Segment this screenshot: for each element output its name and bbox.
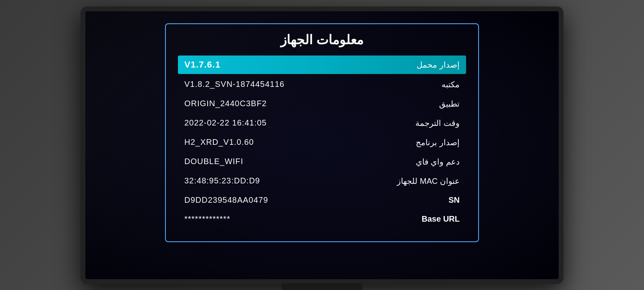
info-row-8: *************Base URL [178,210,466,228]
tv-screen: معلومات الجهاز V1.7.6.1إصدار محملV1.8.2_… [85,11,559,279]
info-value-3: 2022-02-22 16:41:05 [184,118,267,128]
info-value-4: H2_XRD_V1.0.60 [184,138,254,147]
info-row-0: V1.7.6.1إصدار محمل [178,56,466,74]
info-row-4: H2_XRD_V1.0.60إصدار برنامج [178,134,466,151]
info-row-7: D9DD239548AA0479SN [178,191,466,209]
info-value-5: DOUBLE_WIFI [184,157,244,166]
info-value-1: V1.8.2_SVN-1874454116 [184,80,285,89]
info-value-6: 32:48:95:23:DD:D9 [184,176,260,185]
tv-stand [282,283,362,290]
info-row-6: 32:48:95:23:DD:D9عنوان MAC للجهاز [178,172,466,190]
info-label-7: SN [448,195,460,205]
info-row-2: ORIGIN_2440C3BF2تطبيق [178,95,466,113]
info-label-4: إصدار برنامج [416,138,460,147]
info-row-5: DOUBLE_WIFIدعم واي فاي [178,153,466,171]
info-row-1: V1.8.2_SVN-1874454116مكتبه [178,76,466,93]
info-label-0: إصدار محمل [417,60,460,70]
info-label-5: دعم واي فاي [416,157,460,167]
tv-screen-container: معلومات الجهاز V1.7.6.1إصدار محملV1.8.2_… [80,6,564,284]
info-label-2: تطبيق [439,99,460,109]
info-panel: معلومات الجهاز V1.7.6.1إصدار محملV1.8.2_… [165,23,479,242]
info-row-3: 2022-02-22 16:41:05وقت الترجمة [178,114,466,132]
info-value-2: ORIGIN_2440C3BF2 [184,99,267,108]
info-label-3: وقت الترجمة [415,118,460,128]
info-label-8: Base URL [422,214,460,224]
info-label-1: مكتبه [442,80,460,89]
info-value-0: V1.7.6.1 [184,60,221,70]
info-value-7: D9DD239548AA0479 [184,195,268,205]
info-label-6: عنوان MAC للجهاز [397,176,460,186]
panel-title: معلومات الجهاز [178,32,466,47]
info-rows-container: V1.7.6.1إصدار محملV1.8.2_SVN-1874454116م… [178,56,466,228]
info-value-8: ************* [184,214,230,224]
